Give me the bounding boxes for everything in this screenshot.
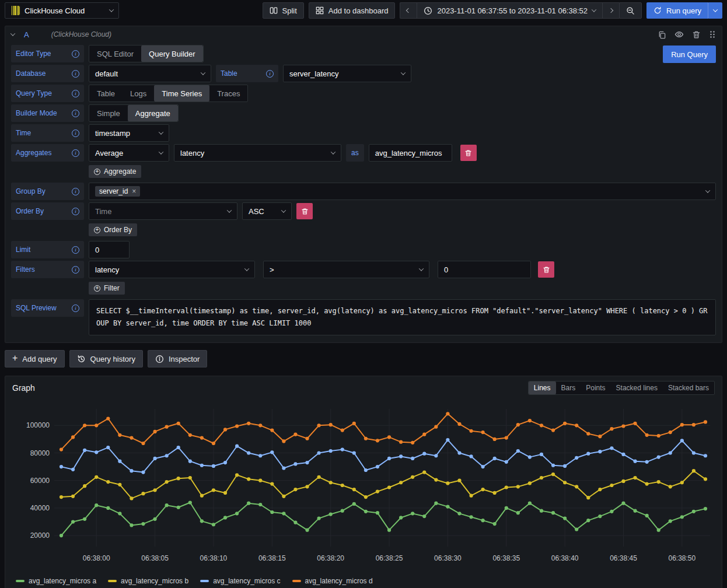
builder-mode-label: Builder Mode (11, 104, 84, 122)
aggregate-column-select[interactable]: latency (174, 144, 341, 162)
legend-item[interactable]: avg_latency_micros d (292, 577, 373, 585)
graph-style-lines[interactable]: Lines (529, 382, 556, 394)
builder-mode-option-simple[interactable]: Simple (89, 105, 128, 121)
run-query-caret-button[interactable] (708, 2, 722, 19)
editor-type-option-query-builder[interactable]: Query Builder (141, 46, 202, 62)
query-type-option-table[interactable]: Table (89, 85, 123, 102)
zoom-out-button[interactable] (619, 2, 642, 19)
data-point (540, 424, 543, 427)
query-type-option-time-series[interactable]: Time Series (154, 85, 209, 102)
datasource-picker[interactable]: ClickHouse Cloud (5, 2, 119, 19)
order-by-direction-select[interactable]: ASC (242, 202, 292, 220)
add-aggregate-button[interactable]: Aggregate (89, 165, 141, 178)
info-icon[interactable] (72, 246, 79, 254)
limit-input[interactable]: 0 (89, 241, 130, 258)
add-order-by-button[interactable]: Order By (89, 223, 137, 236)
info-icon[interactable] (266, 70, 274, 78)
add-to-dashboard-button[interactable]: Add to dashboard (309, 2, 396, 19)
graph-style-stacked-bars[interactable]: Stacked bars (663, 382, 714, 394)
drag-handle-icon[interactable] (709, 30, 716, 39)
data-point (141, 470, 145, 474)
time-range-button[interactable]: 2023-11-01 06:37:55 to 2023-11-01 06:38:… (417, 2, 602, 19)
limit-row: Limit 0 (11, 241, 716, 258)
remove-tag-icon[interactable]: × (132, 187, 136, 195)
data-point (399, 481, 403, 484)
query-type-option-logs[interactable]: Logs (123, 85, 154, 102)
add-query-button[interactable]: + Add query (5, 350, 65, 368)
info-icon[interactable] (72, 208, 79, 215)
data-point (130, 436, 133, 439)
data-point (305, 437, 309, 440)
run-query-button[interactable]: Run query (646, 2, 708, 19)
run-query-panel-button[interactable]: Run Query (663, 46, 716, 63)
data-point (305, 461, 309, 464)
delete-query-trash-icon[interactable] (692, 30, 701, 39)
graph-style-stacked-lines[interactable]: Stacked lines (611, 382, 663, 394)
aggregates-label: Aggregates (11, 144, 84, 162)
split-button[interactable]: Split (263, 2, 304, 19)
filter-value-input[interactable]: 0 (438, 261, 531, 278)
data-point (60, 495, 63, 499)
query-history-button[interactable]: Query history (69, 350, 143, 368)
remove-aggregate-button[interactable] (460, 145, 477, 161)
data-point (411, 475, 414, 479)
graph-style-bars[interactable]: Bars (556, 382, 581, 394)
info-icon[interactable] (72, 304, 79, 312)
data-point (341, 509, 344, 513)
editor-type-option-sql-editor[interactable]: SQL Editor (89, 46, 141, 62)
remove-order-by-button[interactable] (296, 203, 313, 219)
data-point (165, 454, 169, 457)
toggle-visibility-eye-icon[interactable] (674, 30, 684, 39)
x-axis-tick-label: 06:38:40 (551, 554, 579, 562)
latency-time-series-chart[interactable]: 2000040000600008000010000006:38:0006:38:… (12, 400, 715, 575)
builder-mode-option-aggregate[interactable]: Aggregate (128, 105, 178, 121)
remove-filter-button[interactable] (538, 261, 554, 278)
info-icon[interactable] (72, 130, 79, 137)
info-icon[interactable] (72, 90, 79, 97)
aggregate-function-select[interactable]: Average (89, 144, 169, 162)
time-forward-button[interactable] (602, 2, 619, 19)
duplicate-query-icon[interactable] (658, 30, 666, 39)
data-point (540, 453, 543, 456)
data-point (270, 482, 274, 486)
data-point (305, 528, 309, 532)
add-filter-button[interactable]: Filter (89, 282, 125, 295)
data-point (610, 510, 613, 513)
order-by-column-select[interactable]: Time (89, 202, 237, 220)
time-column-select[interactable]: timestamp (89, 124, 169, 142)
info-icon[interactable] (72, 266, 79, 274)
data-point (387, 528, 391, 532)
graph-style-points[interactable]: Points (581, 382, 610, 394)
table-select[interactable]: server_latency (283, 65, 411, 82)
data-point (586, 496, 590, 499)
collapse-chevron-icon[interactable] (11, 31, 15, 36)
aggregate-alias-input[interactable]: avg_latency_micros (369, 144, 452, 162)
filter-column-select[interactable]: latency (89, 261, 255, 278)
data-point (293, 488, 297, 491)
info-icon[interactable] (72, 110, 79, 117)
legend-item[interactable]: avg_latency_micros a (16, 577, 96, 585)
query-type-option-traces[interactable]: Traces (209, 85, 247, 102)
info-icon[interactable] (72, 70, 79, 78)
legend-item[interactable]: avg_latency_micros b (108, 577, 188, 585)
data-point (645, 482, 649, 486)
legend-item[interactable]: avg_latency_micros c (200, 577, 280, 585)
info-icon[interactable] (72, 50, 79, 58)
y-axis-tick-label: 60000 (30, 477, 50, 485)
chevron-down-icon (227, 208, 232, 212)
group-by-multiselect[interactable]: server_id × (89, 183, 716, 200)
data-point (610, 427, 613, 430)
legend-label: avg_latency_micros a (29, 577, 96, 585)
database-select[interactable]: default (89, 65, 211, 82)
inspector-button[interactable]: Inspector (148, 350, 207, 368)
y-axis-tick-label: 40000 (30, 504, 50, 512)
time-back-button[interactable] (400, 2, 417, 19)
data-point (551, 428, 555, 432)
series-line (61, 440, 705, 472)
data-point (493, 438, 497, 441)
filter-operator-select[interactable]: > (263, 261, 429, 278)
data-point (317, 451, 321, 454)
info-icon[interactable] (72, 188, 79, 195)
info-icon[interactable] (72, 149, 79, 157)
data-point (598, 514, 602, 518)
